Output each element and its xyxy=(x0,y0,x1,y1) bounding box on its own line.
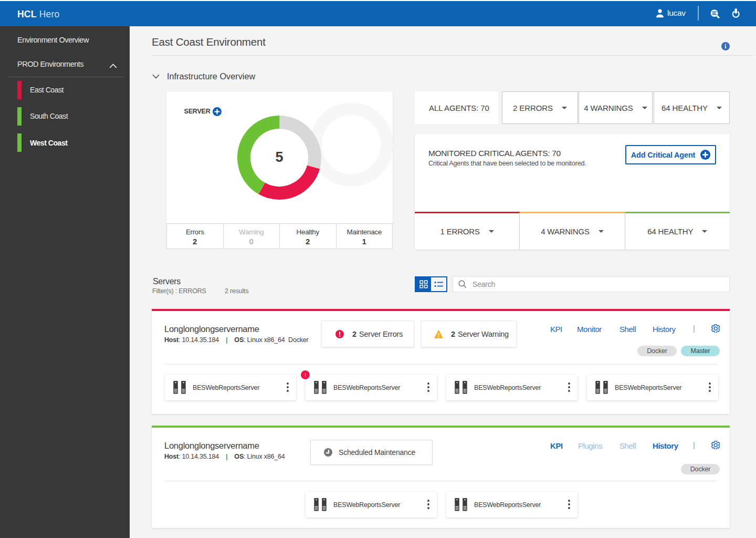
svg-text:5: 5 xyxy=(275,149,283,165)
